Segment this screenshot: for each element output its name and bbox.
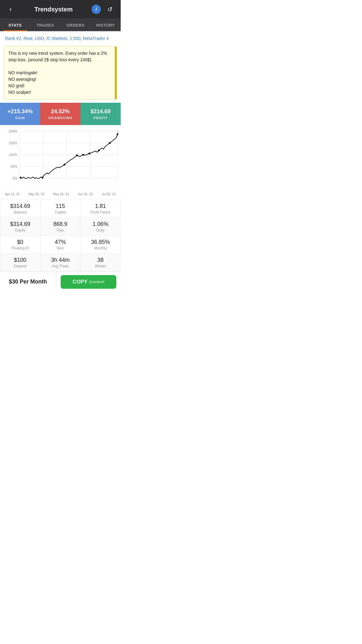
chart-container: 200% 150% 100% 50% 0% bbox=[0, 125, 121, 200]
table-row: $100 Deposit 3h 44m Avg Trade 38 Weeks bbox=[0, 254, 121, 272]
price-section: $30 Per Month bbox=[0, 272, 56, 292]
description-sidebar bbox=[115, 46, 117, 99]
copy-section: COPY @yangsail bbox=[56, 272, 121, 292]
chart-label-2: May 05, '22 bbox=[28, 192, 44, 196]
pips-value: 868.9 bbox=[42, 221, 79, 227]
back-button[interactable]: ‹ bbox=[6, 5, 15, 13]
profit-card: $214.69 PROFIT bbox=[80, 103, 121, 125]
table-row: $0 Floating Pl 47% Won 36.85% Monthly bbox=[0, 236, 121, 254]
deposit-label: Deposit bbox=[2, 264, 38, 270]
chart-label-1: Apr 13, '22 bbox=[5, 192, 20, 196]
table-cell: $0 Floating Pl bbox=[0, 236, 41, 254]
avg-trade-value: 3h 44m bbox=[42, 257, 79, 263]
price-text: $30 Per Month bbox=[9, 279, 47, 285]
table-cell: $100 Deposit bbox=[0, 254, 41, 272]
profit-value: $214.69 bbox=[90, 108, 110, 115]
svg-point-18 bbox=[76, 154, 78, 156]
drawdown-value: 24.52% bbox=[51, 108, 70, 115]
pips-label: Pips bbox=[42, 228, 79, 234]
svg-text:150%: 150% bbox=[9, 141, 18, 145]
profit-factor-label: Profit Factor bbox=[82, 210, 119, 216]
description-text: This is my new trend system. Every order… bbox=[8, 50, 112, 96]
equity-value: $314.69 bbox=[2, 221, 38, 227]
chart-x-labels: Apr 13, '22 May 05, '22 May 26, '22 Jun … bbox=[2, 191, 118, 198]
stats-table: $314.69 Balance 115 Trades 1.81 Profit F… bbox=[0, 200, 121, 272]
table-row: $314.69 Equity 868.9 Pips 1.06% Daily bbox=[0, 218, 121, 236]
svg-text:50%: 50% bbox=[11, 165, 17, 168]
drawdown-card: 24.52% DRAWDOWN bbox=[40, 103, 80, 125]
table-cell: 868.9 Pips bbox=[40, 218, 80, 236]
won-label: Won bbox=[42, 246, 79, 252]
weeks-value: 38 bbox=[82, 257, 119, 263]
balance-value: $314.69 bbox=[2, 203, 38, 210]
floating-pl-label: Floating Pl bbox=[2, 246, 38, 252]
daily-label: Daily bbox=[82, 228, 119, 234]
daily-value: 1.06% bbox=[82, 221, 119, 227]
tab-history[interactable]: HISTORY bbox=[91, 19, 121, 31]
trades-label: Trades bbox=[42, 210, 79, 216]
deposit-value: $100 bbox=[2, 257, 38, 263]
description-box: This is my new trend system. Every order… bbox=[4, 46, 117, 100]
gain-label: GAIN bbox=[15, 116, 25, 120]
table-row: $314.69 Balance 115 Trades 1.81 Profit F… bbox=[0, 200, 121, 218]
table-cell: 36.85% Monthly bbox=[80, 236, 121, 254]
table-cell: 1.06% Daily bbox=[80, 218, 121, 236]
gain-value: +215.34% bbox=[7, 108, 33, 115]
svg-point-22 bbox=[109, 142, 111, 144]
bottom-bar: $30 Per Month COPY @yangsail bbox=[0, 272, 121, 292]
svg-point-23 bbox=[117, 133, 118, 135]
rank-text: Rank #2, Real, USD, IC Markets, 1:500, M… bbox=[5, 36, 109, 41]
svg-text:0%: 0% bbox=[12, 176, 17, 180]
watermark: @yangsail bbox=[89, 280, 104, 283]
tab-bar: STATS TRADES ORDERS HISTORY bbox=[0, 19, 121, 31]
table-cell: 38 Weeks bbox=[80, 254, 121, 272]
table-cell: 47% Won bbox=[40, 236, 80, 254]
rank-bar: Rank #2, Real, USD, IC Markets, 1:500, M… bbox=[0, 31, 121, 44]
table-cell: $314.69 Equity bbox=[0, 218, 41, 236]
equity-label: Equity bbox=[2, 228, 38, 234]
floating-pl-value: $0 bbox=[2, 239, 38, 245]
profit-factor-value: 1.81 bbox=[82, 203, 119, 210]
svg-point-19 bbox=[82, 154, 84, 156]
chart-label-5: Jul 08, '22 bbox=[102, 192, 116, 196]
drawdown-label: DRAWDOWN bbox=[49, 116, 72, 120]
page-title: Trendsystem bbox=[34, 6, 72, 13]
table-cell: 1.81 Profit Factor bbox=[80, 200, 121, 218]
svg-text:100%: 100% bbox=[9, 153, 18, 157]
svg-point-17 bbox=[63, 164, 65, 166]
weeks-label: Weeks bbox=[82, 264, 119, 270]
stats-cards-row: +215.34% GAIN 24.52% DRAWDOWN $214.69 PR… bbox=[0, 103, 121, 125]
avg-trade-label: Avg Trade bbox=[42, 264, 79, 270]
tab-orders[interactable]: ORDERS bbox=[60, 19, 91, 31]
table-cell: 115 Trades bbox=[40, 200, 80, 218]
table-cell: 3h 44m Avg Trade bbox=[40, 254, 80, 272]
svg-point-16 bbox=[41, 177, 43, 179]
copy-button[interactable]: COPY @yangsail bbox=[61, 275, 117, 289]
won-value: 47% bbox=[42, 239, 79, 245]
chart-label-4: Jun 20, '22 bbox=[78, 192, 93, 196]
tab-trades[interactable]: TRADES bbox=[30, 19, 61, 31]
copy-label: COPY bbox=[73, 279, 88, 285]
performance-chart: 200% 150% 100% 50% 0% bbox=[2, 128, 118, 190]
profit-label: PROFIT bbox=[93, 116, 108, 120]
svg-point-15 bbox=[20, 177, 22, 179]
trades-value: 115 bbox=[42, 203, 79, 210]
main-content: Rank #2, Real, USD, IC Markets, 1:500, M… bbox=[0, 31, 121, 272]
svg-point-20 bbox=[88, 153, 90, 154]
balance-label: Balance bbox=[2, 210, 38, 216]
chart-label-3: May 26, '22 bbox=[53, 192, 69, 196]
svg-text:200%: 200% bbox=[9, 129, 18, 133]
header: ‹ Trendsystem i ↺ bbox=[0, 0, 121, 19]
monthly-value: 36.85% bbox=[82, 239, 119, 245]
table-cell: $314.69 Balance bbox=[0, 200, 41, 218]
svg-point-21 bbox=[98, 149, 100, 151]
gain-card: +215.34% GAIN bbox=[0, 103, 40, 125]
monthly-label: Monthly bbox=[82, 246, 119, 252]
tab-stats[interactable]: STATS bbox=[0, 19, 30, 31]
refresh-button[interactable]: ↺ bbox=[105, 6, 115, 13]
info-button[interactable]: i bbox=[92, 5, 101, 14]
